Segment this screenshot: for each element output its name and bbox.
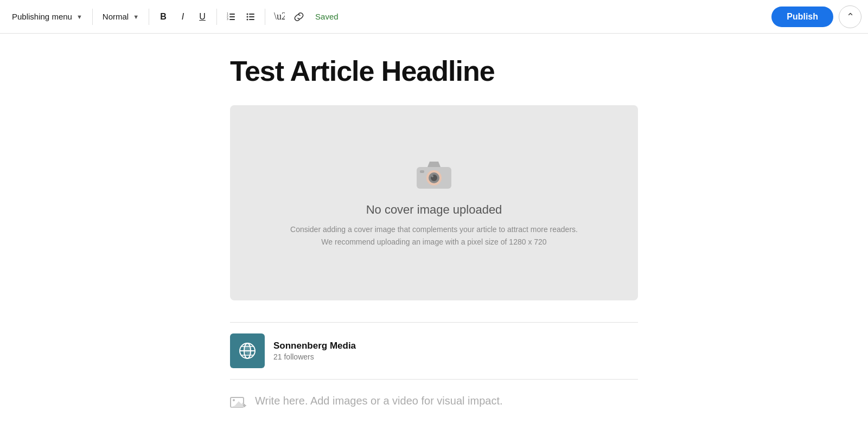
quote-icon: \u201C\u201D: [274, 12, 285, 22]
cover-image-hint-line1: Consider adding a cover image that compl…: [290, 223, 578, 235]
author-info: Sonnenberg Media 21 followers: [273, 341, 356, 361]
cover-image-hint-line2: We recommend uploading an image with a p…: [290, 236, 578, 248]
svg-point-17: [431, 175, 433, 177]
camera-icon: [414, 157, 454, 193]
unordered-list-button[interactable]: [241, 7, 260, 27]
divider-3: [216, 9, 217, 25]
svg-rect-0: [229, 14, 235, 15]
underline-label: U: [199, 12, 206, 22]
image-video-icon: [230, 396, 246, 412]
ordered-list-icon: 1 2 3: [226, 12, 236, 22]
link-icon: [293, 12, 304, 22]
ordered-list-button[interactable]: 1 2 3: [221, 7, 241, 27]
svg-rect-18: [420, 170, 424, 173]
editor-content: Test Article Headline No cover image up: [217, 34, 651, 443]
toolbar: Publishing menu ▼ Normal ▼ B I U 1: [0, 0, 868, 34]
bold-label: B: [160, 12, 167, 22]
author-avatar[interactable]: [230, 333, 265, 368]
author-followers: 21 followers: [273, 352, 356, 361]
text-format-label: Normal: [103, 12, 129, 21]
author-name: Sonnenberg Media: [273, 341, 356, 351]
text-format-chevron-icon: ▼: [133, 14, 139, 20]
italic-button[interactable]: I: [173, 7, 193, 27]
cover-image-upload-area[interactable]: No cover image uploaded Consider adding …: [230, 105, 638, 300]
svg-rect-2: [229, 19, 235, 20]
divider-2: [149, 9, 149, 25]
publishing-menu-label: Publishing menu: [12, 12, 72, 21]
saved-status: Saved: [315, 12, 339, 21]
svg-marker-25: [231, 401, 244, 407]
author-bottom-divider: [230, 379, 638, 380]
link-button[interactable]: [289, 7, 309, 27]
quote-button[interactable]: \u201C\u201D: [270, 7, 289, 27]
collapse-button[interactable]: ⌃: [839, 5, 861, 28]
svg-rect-9: [249, 16, 254, 17]
svg-rect-7: [249, 14, 254, 15]
publish-button[interactable]: Publish: [771, 7, 833, 27]
svg-text:\u201C\u201D: \u201C\u201D: [274, 12, 285, 22]
italic-label: I: [182, 12, 184, 22]
underline-button[interactable]: U: [193, 7, 212, 27]
divider-1: [92, 9, 93, 25]
svg-point-8: [247, 16, 248, 17]
editor-placeholder: Write here. Add images or a video for vi…: [255, 395, 503, 407]
author-row: Sonnenberg Media 21 followers: [230, 333, 638, 368]
text-format-select[interactable]: Normal ▼: [97, 8, 144, 25]
svg-rect-11: [249, 19, 254, 20]
write-area[interactable]: Write here. Add images or a video for vi…: [230, 395, 638, 412]
svg-text:3: 3: [227, 17, 228, 21]
svg-rect-28: [244, 404, 245, 407]
svg-point-10: [247, 18, 248, 20]
article-headline[interactable]: Test Article Headline: [230, 55, 638, 88]
toolbar-right: Publish ⌃: [771, 5, 861, 28]
cover-image-hint: Consider adding a cover image that compl…: [290, 223, 578, 248]
cover-image-title: No cover image uploaded: [366, 203, 502, 217]
divider-4: [265, 9, 265, 25]
publishing-menu-button[interactable]: Publishing menu ▼: [7, 8, 88, 25]
author-logo-icon: [237, 340, 258, 362]
collapse-chevron-icon: ⌃: [846, 11, 854, 23]
unordered-list-icon: [246, 12, 256, 22]
svg-point-26: [233, 399, 235, 401]
svg-point-6: [247, 13, 248, 15]
author-top-divider: [230, 322, 638, 323]
svg-rect-1: [229, 16, 235, 17]
publishing-menu-chevron-icon: ▼: [76, 14, 82, 20]
bold-button[interactable]: B: [154, 7, 173, 27]
